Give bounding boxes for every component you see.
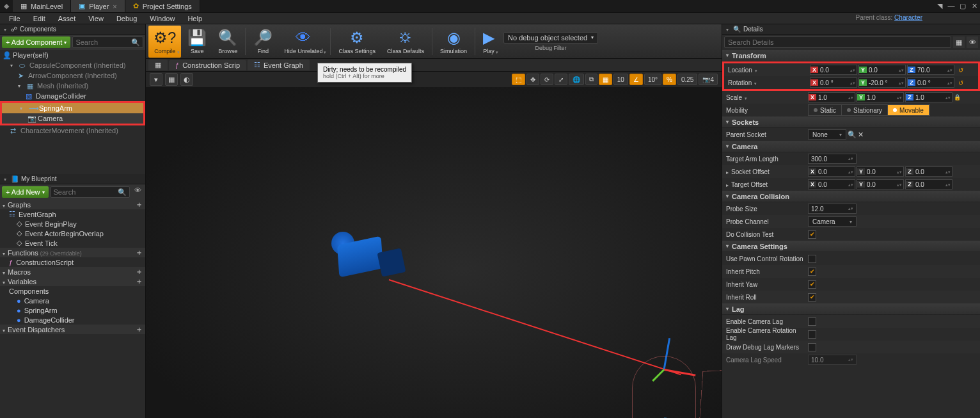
simulation-button[interactable]: ◉Simulation xyxy=(435,26,472,58)
mobility-movable[interactable]: Movable xyxy=(888,105,929,115)
inherit-roll-checkbox[interactable]: ✔ xyxy=(808,293,816,301)
target-arm-length-field[interactable]: 300.0▴▾ xyxy=(808,154,857,164)
inherit-yaw-checkbox[interactable]: ✔ xyxy=(808,280,816,289)
add-function-icon[interactable]: ＋ xyxy=(136,248,143,257)
class-settings-button[interactable]: ⚙Class Settings xyxy=(333,26,381,58)
viewport-options-button[interactable]: ▾ xyxy=(150,73,162,86)
minimize-icon[interactable]: — xyxy=(945,0,957,12)
subtab-construction-script[interactable]: ƒConstruction Scrip xyxy=(169,60,246,70)
translate-mode-button[interactable]: ✥ xyxy=(526,74,539,85)
pick-socket-icon[interactable]: 🔍 xyxy=(848,131,857,139)
category-camera[interactable]: Camera xyxy=(722,141,980,152)
graph-eventgraph[interactable]: ☷EventGraph xyxy=(0,209,145,219)
variable-springarm[interactable]: ●SpringArm xyxy=(0,305,145,315)
component-camera[interactable]: 📷 Camera xyxy=(2,113,143,124)
event-tick[interactable]: ◇Event Tick xyxy=(0,238,145,248)
category-lag[interactable]: Lag xyxy=(722,303,980,315)
menu-window[interactable]: Window xyxy=(143,13,181,24)
use-pawn-control-checkbox[interactable] xyxy=(808,255,816,263)
tab-player[interactable]: ▣ Player × xyxy=(71,0,125,12)
add-variable-icon[interactable]: ＋ xyxy=(136,277,143,286)
view-options-icon[interactable]: 👁 xyxy=(132,186,143,198)
do-collision-checkbox[interactable]: ✔ xyxy=(808,230,816,239)
find-button[interactable]: 🔎Find xyxy=(248,26,278,58)
component-mesh[interactable]: ▦ Mesh (Inherited) xyxy=(0,81,145,91)
target-offset-field[interactable]: X0.0▴▾ Y0.0▴▾ Z0.0▴▾ xyxy=(808,179,976,189)
mobility-stationary[interactable]: Stationary xyxy=(842,105,888,115)
camera-lag-speed-field[interactable]: 10.0▴▾ xyxy=(808,355,857,365)
select-mode-button[interactable]: ⬚ xyxy=(512,74,525,85)
close-icon[interactable]: × xyxy=(113,3,116,10)
component-springarm[interactable]: ⟿ SpringArm xyxy=(2,103,143,113)
debug-object-dropdown[interactable]: No debug object selected xyxy=(503,32,598,44)
my-blueprint-header[interactable]: 📘 My Blueprint xyxy=(0,174,145,184)
event-beginplay[interactable]: ◇Event BeginPlay xyxy=(0,219,145,229)
viewport-3d[interactable] xyxy=(146,87,722,418)
scale-snap-value[interactable]: 0.25 xyxy=(677,74,697,85)
enable-camera-lag-checkbox[interactable] xyxy=(808,318,816,326)
subtab-viewport[interactable]: ▦ xyxy=(148,60,168,70)
maximize-icon[interactable]: ▢ xyxy=(957,0,968,12)
play-button[interactable]: ▶Play xyxy=(478,26,500,58)
component-character-movement[interactable]: ⇄ CharacterMovement (Inherited) xyxy=(0,125,145,136)
my-blueprint-search-input[interactable]: 🔍 xyxy=(51,186,130,198)
camera-speed-button[interactable]: 📷 4 xyxy=(699,74,718,85)
grid-snap-toggle[interactable]: ▦ xyxy=(599,74,612,85)
inherit-pitch-checkbox[interactable]: ✔ xyxy=(808,268,816,276)
subtab-event-graph[interactable]: ☷Event Graph xyxy=(248,60,310,70)
mobility-static[interactable]: Static xyxy=(809,105,842,115)
menu-help[interactable]: Help xyxy=(181,13,209,24)
components-search-input[interactable]: 🔍 xyxy=(72,36,143,48)
scale-snap-toggle[interactable]: % xyxy=(663,74,676,85)
scale-mode-button[interactable]: ⤢ xyxy=(555,74,567,85)
compile-button[interactable]: ⚙? Compile xyxy=(148,26,181,58)
surface-snap-button[interactable]: ⧉ xyxy=(585,74,597,85)
section-macros[interactable]: Macros＋ xyxy=(0,267,145,277)
menu-debug[interactable]: Debug xyxy=(110,13,143,24)
transform-scale-field[interactable]: X1.0▴▾ Y1.0▴▾ Z1.0▴▾ 🔒 xyxy=(808,92,976,102)
component-damage-collider[interactable]: ▧ DamageCollider xyxy=(0,91,145,101)
variable-camera[interactable]: ●Camera xyxy=(0,296,145,305)
hide-unrelated-button[interactable]: 👁Hide Unrelated xyxy=(279,26,328,58)
probe-size-field[interactable]: 12.0▴▾ xyxy=(808,204,857,214)
socket-offset-field[interactable]: X0.0▴▾ Y0.0▴▾ Z0.0▴▾ xyxy=(808,166,976,177)
add-macro-icon[interactable]: ＋ xyxy=(136,267,143,277)
menu-file[interactable]: File xyxy=(3,13,27,24)
variable-damagecollider[interactable]: ●DamageCollider xyxy=(0,315,145,325)
category-camera-settings[interactable]: Camera Settings xyxy=(722,241,980,252)
details-panel-header[interactable]: 🔍 Details xyxy=(722,24,980,35)
lock-scale-icon[interactable]: 🔒 xyxy=(954,94,961,100)
menu-asset[interactable]: Asset xyxy=(52,13,83,24)
menu-view[interactable]: View xyxy=(82,13,110,24)
section-graphs[interactable]: Graphs＋ xyxy=(0,200,145,209)
property-matrix-icon[interactable]: ▦ xyxy=(953,36,965,48)
section-variables[interactable]: Variables＋ xyxy=(0,277,145,286)
section-event-dispatchers[interactable]: Event Dispatchers＋ xyxy=(0,325,145,334)
close-window-icon[interactable]: ✕ xyxy=(968,0,980,12)
grid-snap-value[interactable]: 10 xyxy=(613,74,628,85)
clear-socket-icon[interactable]: ✕ xyxy=(858,131,864,139)
parent-socket-field[interactable]: None xyxy=(808,129,846,140)
details-search-input[interactable] xyxy=(724,36,951,48)
component-arrow[interactable]: ➤ ArrowComponent (Inherited) xyxy=(0,70,145,81)
variables-components-group[interactable]: Components xyxy=(0,286,145,296)
section-functions[interactable]: Functions (29 Overridable) ＋ xyxy=(0,248,145,257)
add-new-button[interactable]: + Add New xyxy=(2,186,49,198)
class-defaults-button[interactable]: ⛭Class Defaults xyxy=(382,26,429,58)
category-sockets[interactable]: Sockets xyxy=(722,117,980,128)
add-graph-icon[interactable]: ＋ xyxy=(136,200,143,209)
enable-rotation-lag-checkbox[interactable] xyxy=(808,330,816,339)
transform-rotation-field[interactable]: X0.0 °▴▾ Y-20.0 °▴▾ Z0.0 °▴▾ ↺ xyxy=(810,77,974,88)
function-construction-script[interactable]: ƒConstructionScript xyxy=(0,257,145,267)
components-panel-header[interactable]: ☍ Components xyxy=(0,24,145,35)
tab-mainlevel[interactable]: ▦ MainLevel xyxy=(13,0,71,12)
draw-debug-lag-checkbox[interactable] xyxy=(808,343,816,351)
parent-class-link[interactable]: Character xyxy=(894,14,922,21)
browse-button[interactable]: 🔍Browse xyxy=(213,26,242,58)
angle-snap-value[interactable]: 10° xyxy=(644,74,661,85)
category-transform[interactable]: Transform xyxy=(722,50,980,61)
viewmode-button[interactable]: ◐ xyxy=(180,73,193,86)
rotate-mode-button[interactable]: ⟳ xyxy=(541,74,553,85)
menu-edit[interactable]: Edit xyxy=(27,13,52,24)
reset-location-icon[interactable]: ↺ xyxy=(958,67,963,74)
